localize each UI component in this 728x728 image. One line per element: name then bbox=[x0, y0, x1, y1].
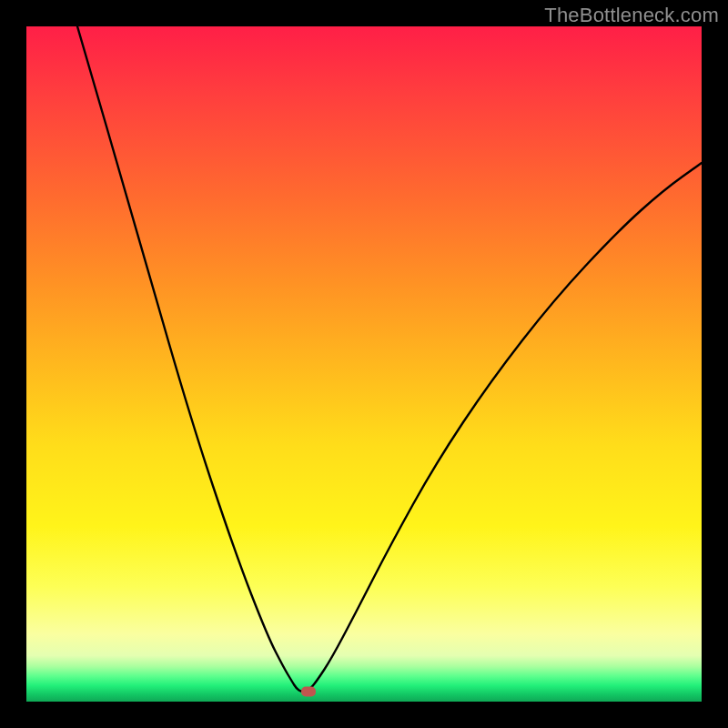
watermark-text: TheBottleneck.com bbox=[544, 4, 719, 27]
chart-curve bbox=[26, 26, 702, 702]
chart-frame bbox=[26, 26, 702, 702]
chart-marker bbox=[301, 687, 316, 697]
